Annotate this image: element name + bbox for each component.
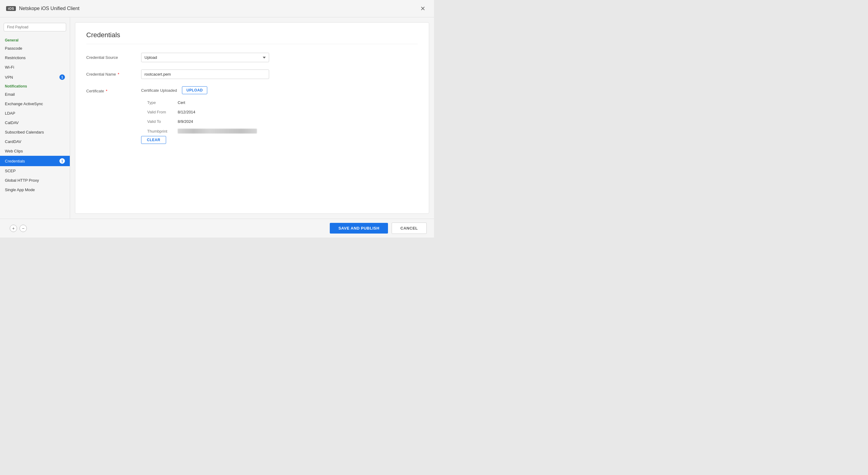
certificate-label: Certificate *	[86, 86, 135, 93]
cert-details: Type Cert Valid From 8/12/2014 Valid To …	[141, 100, 418, 133]
credential-source-select[interactable]: Upload SCEP Certificate Authority	[141, 53, 269, 62]
sidebar-section-notifications: Notifications	[0, 82, 70, 90]
save-publish-button[interactable]: SAVE AND PUBLISH	[330, 223, 388, 234]
credential-source-label: Credential Source	[86, 53, 135, 60]
cert-uploaded-label: Certificate Uploaded	[141, 88, 177, 93]
close-button[interactable]: ✕	[418, 4, 428, 13]
close-icon: ✕	[420, 5, 426, 12]
credential-name-label: Credential Name *	[86, 69, 135, 77]
credentials-badge: 1	[59, 158, 65, 164]
vpn-badge: 1	[59, 75, 65, 80]
valid-from-label: Valid From	[141, 110, 178, 114]
panel-title: Credentials	[86, 31, 418, 44]
valid-to-label: Valid To	[141, 119, 178, 124]
required-star-cert: *	[106, 89, 107, 93]
ios-badge: iOS	[6, 6, 16, 11]
type-row: Type Cert	[141, 100, 418, 105]
sidebar-section-general: General	[0, 36, 70, 43]
valid-from-value: 8/12/2014	[178, 110, 195, 114]
find-payload-input[interactable]	[4, 23, 66, 31]
sidebar-item-web-clips[interactable]: Web Clips	[0, 146, 70, 156]
sidebar-item-exchange[interactable]: Exchange ActiveSync	[0, 99, 70, 109]
sidebar-item-credentials[interactable]: Credentials 1	[0, 156, 70, 166]
bottom-toolbar: + − SAVE AND PUBLISH CANCEL	[0, 218, 434, 237]
sidebar-item-passcode[interactable]: Passcode	[0, 43, 70, 53]
sidebar-item-ldap[interactable]: LDAP	[0, 109, 70, 118]
sidebar-item-subscribed-calendars[interactable]: Subscribed Calendars	[0, 127, 70, 137]
sidebar-item-scep[interactable]: SCEP	[0, 166, 70, 176]
sidebar-item-restrictions[interactable]: Restrictions	[0, 53, 70, 62]
header: iOS Netskope iOS Unified Client ✕	[0, 0, 434, 18]
header-title: Netskope iOS Unified Client	[19, 6, 79, 11]
sidebar-item-carddav[interactable]: CardDAV	[0, 137, 70, 146]
thumbprint-value	[178, 129, 257, 133]
cancel-button[interactable]: CANCEL	[392, 222, 427, 234]
credential-name-input[interactable]	[141, 69, 269, 79]
sidebar: General Passcode Restrictions Wi-Fi VPN …	[0, 18, 70, 218]
sidebar-item-email[interactable]: Email	[0, 90, 70, 99]
type-label: Type	[141, 100, 178, 105]
zoom-in-button[interactable]: +	[10, 225, 17, 232]
clear-button[interactable]: CLEAR	[141, 136, 166, 144]
sidebar-item-wifi[interactable]: Wi-Fi	[0, 62, 70, 72]
cert-upload-area: Certificate Uploaded UPLOAD	[141, 86, 418, 94]
required-star: *	[118, 72, 119, 77]
upload-button[interactable]: UPLOAD	[182, 86, 208, 94]
credential-source-row: Credential Source Upload SCEP Certificat…	[86, 53, 418, 62]
sidebar-item-single-app-mode[interactable]: Single App Mode	[0, 185, 70, 195]
valid-to-value: 8/9/2024	[178, 119, 193, 124]
app-window: iOS Netskope iOS Unified Client ✕ Genera…	[0, 0, 434, 237]
sidebar-item-caldav[interactable]: CalDAV	[0, 118, 70, 127]
sidebar-item-vpn[interactable]: VPN 1	[0, 72, 70, 82]
main-content: General Passcode Restrictions Wi-Fi VPN …	[0, 18, 434, 218]
certificate-row: Certificate * Certificate Uploaded UPLOA…	[86, 86, 418, 144]
header-left: iOS Netskope iOS Unified Client	[6, 6, 80, 11]
type-value: Cert	[178, 100, 185, 105]
credential-name-row: Credential Name *	[86, 69, 418, 79]
zoom-controls: + −	[7, 225, 27, 232]
zoom-out-button[interactable]: −	[20, 225, 27, 232]
thumbprint-row: Thumbprint	[141, 129, 418, 133]
credential-name-control	[141, 69, 418, 79]
valid-to-row: Valid To 8/9/2024	[141, 119, 418, 124]
valid-from-row: Valid From 8/12/2014	[141, 110, 418, 114]
certificate-control: Certificate Uploaded UPLOAD Type Cert Va…	[141, 86, 418, 144]
thumbprint-label: Thumbprint	[141, 129, 178, 133]
content-panel: Credentials Credential Source Upload SCE…	[75, 22, 429, 214]
sidebar-item-global-http-proxy[interactable]: Global HTTP Proxy	[0, 176, 70, 185]
credential-source-control: Upload SCEP Certificate Authority	[141, 53, 418, 62]
